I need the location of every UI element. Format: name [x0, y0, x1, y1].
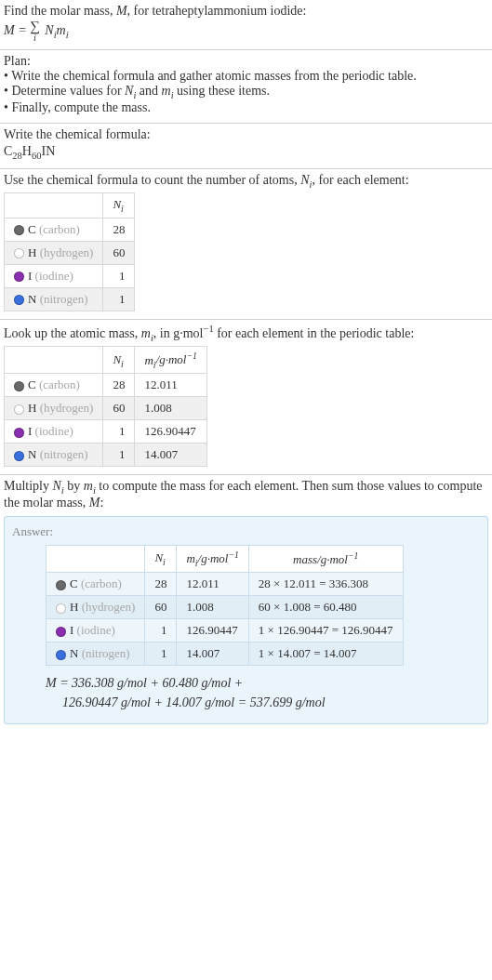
count-heading: Use the chemical formula to count the nu…	[4, 173, 486, 190]
cell-n: 1	[145, 642, 177, 666]
cell-m: 126.90447	[177, 619, 248, 642]
plan-bullet-2: • Determine values for Ni and mi using t…	[4, 84, 486, 100]
mass-h-c: for each element in the periodic table:	[214, 326, 415, 340]
plan-b2b: and	[136, 84, 161, 98]
cell-n: 60	[145, 596, 177, 619]
mass-exp: −1	[203, 324, 213, 334]
th-blank	[5, 193, 103, 219]
th-Ni-sym: N	[113, 352, 121, 366]
cell-n: 1	[103, 287, 135, 311]
el-name: (hydrogen)	[36, 401, 93, 415]
cell-n: 1	[145, 619, 177, 642]
table-row: H (hydrogen)601.008	[5, 397, 207, 420]
eq-m: m	[57, 23, 66, 37]
chemical-formula: C28H60IN	[4, 144, 486, 161]
answer-table: Ni mi/g·mol−1 mass/g·mol−1 C (carbon)281…	[46, 545, 404, 666]
table-row: I (iodine)1126.904471 × 126.90447 = 126.…	[47, 619, 404, 642]
element-dot-icon	[14, 225, 24, 235]
el-sym: C	[28, 377, 36, 391]
cell-m: 1.008	[135, 397, 206, 420]
cell-n: 1	[103, 420, 135, 444]
element-dot-icon	[14, 271, 24, 282]
element-dot-icon	[14, 404, 24, 415]
intro-text-a: Find the molar mass,	[4, 4, 116, 18]
eq-M: M =	[4, 23, 30, 37]
th-Ni: Ni	[145, 546, 177, 573]
element-dot-icon	[14, 451, 24, 461]
cell-m: 1.008	[177, 596, 248, 619]
el-name: (hydrogen)	[78, 600, 135, 614]
th-Ni-sym: N	[154, 550, 163, 564]
cell-m: 126.90447	[135, 420, 206, 444]
th-blank	[5, 347, 103, 374]
cell-element: C (carbon)	[5, 374, 103, 397]
multiply-section: Multiply Ni by mi to compute the mass fo…	[0, 475, 492, 512]
mass-mi: m	[141, 326, 151, 340]
th-mass-t: mass/g·mol	[293, 552, 348, 566]
f-H-n: 60	[32, 151, 42, 161]
mul-a: Multiply	[4, 479, 53, 493]
th-Ni-sym: N	[113, 197, 121, 211]
el-sym: C	[70, 576, 78, 590]
table-row: I (iodine)1	[5, 264, 135, 287]
el-sym: H	[28, 401, 36, 415]
mul-b: by	[64, 479, 84, 493]
th-mi-sym: m	[144, 353, 153, 367]
cell-element: N (nitrogen)	[5, 287, 103, 311]
plan-heading: Plan:	[4, 54, 486, 69]
cell-element: I (iodine)	[5, 264, 103, 287]
f-H: H	[22, 144, 32, 158]
el-name: (iodine)	[32, 269, 73, 283]
el-name: (iodine)	[32, 424, 73, 438]
sigma-index: i	[30, 33, 40, 42]
table-row: N (nitrogen)114.007	[5, 444, 207, 467]
cell-element: N (nitrogen)	[47, 642, 145, 666]
el-sym: H	[70, 600, 78, 614]
intro-M: M	[116, 4, 127, 18]
table-header-row: Ni mi/g·mol−1 mass/g·mol−1	[47, 546, 404, 573]
cell-m: 12.011	[135, 374, 206, 397]
table-row: H (hydrogen)60	[5, 241, 135, 264]
f-N: N	[46, 144, 55, 158]
plan-mi: m	[162, 84, 171, 98]
count-section: Use the chemical formula to count the nu…	[0, 169, 492, 320]
element-dot-icon	[14, 381, 24, 391]
plan-section: Plan: • Write the chemical formula and g…	[0, 50, 492, 124]
plan-bullet-1: • Write the chemical formula and gather …	[4, 69, 486, 84]
th-mass: mass/g·mol−1	[248, 546, 403, 573]
mass-h-b: , in g·mol	[153, 326, 204, 340]
el-sym: N	[28, 447, 36, 461]
mul-Ni: N	[53, 479, 61, 493]
table-header-row: Ni mi/g·mol−1	[5, 347, 207, 374]
table-row: C (carbon)2812.011	[5, 374, 207, 397]
mass-heading: Look up the atomic mass, mi, in g·mol−1 …	[4, 324, 486, 342]
count-Ni: N	[300, 173, 309, 187]
sigma-icon: ∑	[30, 20, 40, 33]
cell-calc: 60 × 1.008 = 60.480	[248, 596, 403, 619]
mul-mi: m	[84, 479, 93, 493]
cell-element: I (iodine)	[5, 420, 103, 444]
th-mass-exp: −1	[348, 550, 358, 561]
cell-n: 60	[103, 241, 135, 264]
element-dot-icon	[56, 603, 66, 614]
th-unit: /g·mol	[198, 551, 229, 565]
mul-M: M	[89, 496, 100, 510]
mass-table: Ni mi/g·mol−1 C (carbon)2812.011 H (hydr…	[4, 346, 207, 467]
element-dot-icon	[14, 248, 24, 258]
cell-element: C (carbon)	[5, 218, 103, 241]
cell-m: 12.011	[177, 573, 248, 596]
cell-element: N (nitrogen)	[5, 444, 103, 467]
cell-calc: 1 × 14.007 = 14.007	[248, 642, 403, 666]
el-sym: N	[70, 646, 78, 660]
el-name: (iodine)	[73, 623, 114, 637]
table-row: C (carbon)2812.01128 × 12.011 = 336.308	[47, 573, 404, 596]
mass-h-a: Look up the atomic mass,	[4, 326, 141, 340]
th-Ni: Ni	[103, 193, 135, 219]
eq-line1: M = 336.308 g/mol + 60.480 g/mol +	[46, 676, 243, 690]
molar-mass-equation: M = ∑ i Nimi	[4, 20, 486, 42]
table-row: C (carbon)28	[5, 218, 135, 241]
th-mi-sym: m	[186, 551, 194, 565]
eq-N: N	[45, 23, 53, 37]
f-C: C	[4, 144, 12, 158]
cell-element: H (hydrogen)	[5, 241, 103, 264]
